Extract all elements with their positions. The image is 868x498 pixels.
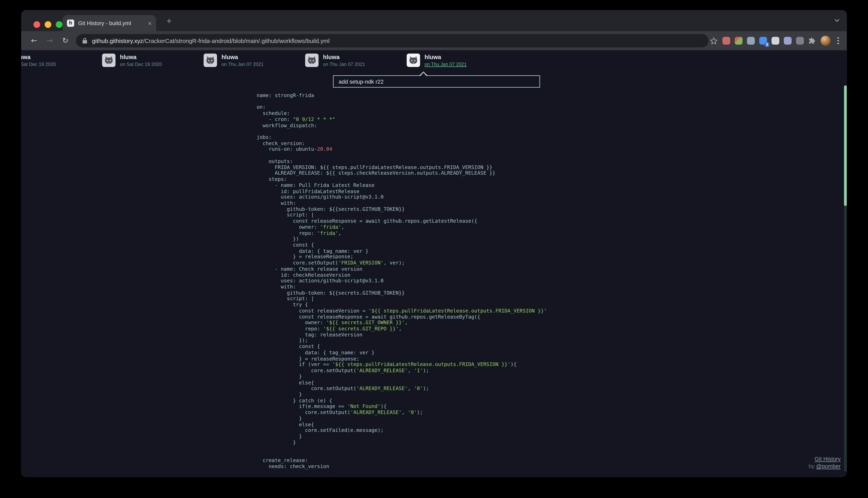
browser-tab[interactable]: h Git History - build.yml × bbox=[63, 15, 156, 31]
commit-date[interactable]: on Thu Jan 07 2021 bbox=[425, 61, 467, 67]
browser-toolbar: ← → ↻ github.githistory.xyz/CrackerCat/s… bbox=[21, 31, 847, 50]
commit-date[interactable]: on Sat Dec 19 2020 bbox=[120, 61, 162, 67]
reload-button[interactable]: ↻ bbox=[58, 34, 72, 48]
browser-menu-kebab-icon[interactable] bbox=[835, 37, 841, 44]
commit-date[interactable]: on Thu Jan 07 2021 bbox=[323, 61, 365, 67]
git-history-page: hluwaon Sat Dec 19 2020hluwaon Sat Dec 1… bbox=[21, 50, 847, 477]
tab-strip: h Git History - build.yml × + bbox=[21, 10, 847, 31]
author-avatar-image bbox=[305, 54, 319, 67]
site-favicon-icon: h bbox=[67, 19, 74, 27]
back-button[interactable]: ← bbox=[27, 34, 41, 48]
commit-author: hluwa bbox=[120, 54, 162, 61]
minimize-window-button[interactable] bbox=[44, 21, 51, 28]
bookmark-star-icon[interactable] bbox=[710, 37, 718, 45]
close-window-button[interactable] bbox=[34, 21, 40, 28]
new-tab-button[interactable]: + bbox=[164, 16, 174, 26]
code-view[interactable]: name: strongR-frida on: schedule: - cron… bbox=[257, 93, 547, 470]
toolbar-right-icons: 3 bbox=[710, 36, 842, 46]
extension-badge: 3 bbox=[765, 42, 769, 47]
tab-close-icon[interactable]: × bbox=[148, 20, 152, 27]
commit-author: hluwa bbox=[21, 54, 56, 61]
url-domain: github.githistory.xyz bbox=[92, 37, 143, 44]
commit-author: hluwa bbox=[425, 54, 467, 61]
extensions-puzzle-icon[interactable] bbox=[808, 37, 816, 44]
author-avatar-image bbox=[407, 54, 420, 67]
footer-credits: Git History by @pomber bbox=[809, 455, 841, 470]
commit-item[interactable]: hluwaon Sat Dec 19 2020 bbox=[102, 54, 162, 67]
commit-item[interactable]: hluwaon Thu Jan 07 2021 bbox=[407, 54, 467, 67]
commit-item[interactable]: hluwaon Thu Jan 07 2021 bbox=[305, 54, 365, 67]
extension-icon-5[interactable] bbox=[772, 37, 779, 44]
browser-window: h Git History - build.yml × + ← → ↻ gith… bbox=[21, 10, 847, 477]
credit-by-label: by bbox=[809, 463, 815, 469]
commit-avatar[interactable] bbox=[407, 54, 420, 67]
commit-timeline: hluwaon Sat Dec 19 2020hluwaon Sat Dec 1… bbox=[21, 50, 847, 74]
extension-icon-1[interactable] bbox=[722, 37, 730, 44]
url-text: github.githistory.xyz/CrackerCat/strongR… bbox=[92, 37, 330, 44]
pinned-extensions: 3 bbox=[722, 37, 804, 44]
address-bar[interactable]: github.githistory.xyz/CrackerCat/strongR… bbox=[76, 34, 708, 48]
commit-message-tooltip: add setup-ndk r22 bbox=[333, 75, 540, 88]
profile-avatar[interactable] bbox=[820, 36, 831, 46]
lock-icon bbox=[82, 37, 88, 44]
commit-date[interactable]: on Sat Dec 19 2020 bbox=[21, 61, 56, 67]
pomber-link[interactable]: @pomber bbox=[816, 463, 841, 469]
commit-avatar[interactable] bbox=[203, 54, 217, 67]
extension-icon-6[interactable] bbox=[784, 37, 792, 44]
window-controls bbox=[34, 21, 63, 28]
author-avatar-image bbox=[102, 54, 116, 67]
commit-date[interactable]: on Thu Jan 07 2021 bbox=[222, 61, 264, 67]
tab-title: Git History - build.yml bbox=[78, 20, 145, 26]
extension-icon-2[interactable] bbox=[735, 37, 743, 44]
page-scrollbar[interactable] bbox=[844, 86, 847, 471]
fullscreen-window-button[interactable] bbox=[56, 21, 63, 28]
commit-avatar[interactable] bbox=[305, 54, 319, 67]
extension-icon-7[interactable] bbox=[796, 37, 804, 44]
commit-author: hluwa bbox=[222, 54, 264, 61]
scrollbar-thumb[interactable] bbox=[844, 86, 847, 206]
git-history-link[interactable]: Git History bbox=[815, 456, 841, 462]
commit-message: add setup-ndk r22 bbox=[338, 78, 384, 84]
desktop: h Git History - build.yml × + ← → ↻ gith… bbox=[0, 0, 868, 498]
forward-button[interactable]: → bbox=[42, 34, 57, 48]
commit-avatar[interactable] bbox=[102, 54, 116, 67]
tab-search-chevron-icon[interactable] bbox=[834, 17, 840, 24]
extension-icon-4[interactable]: 3 bbox=[759, 37, 767, 44]
url-path: /CrackerCat/strongR-frida-android/blob/m… bbox=[143, 37, 330, 44]
extension-icon-3[interactable] bbox=[747, 37, 755, 44]
author-avatar-image bbox=[203, 54, 217, 67]
commit-item[interactable]: hluwaon Sat Dec 19 2020 bbox=[21, 54, 56, 67]
commit-author: hluwa bbox=[323, 54, 365, 61]
commit-item[interactable]: hluwaon Thu Jan 07 2021 bbox=[203, 54, 264, 67]
